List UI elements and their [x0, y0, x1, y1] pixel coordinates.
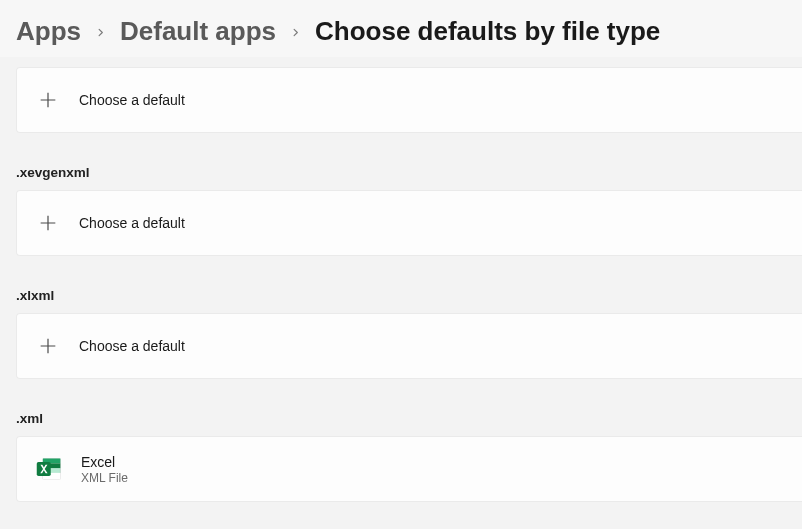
choose-default-label: Choose a default — [79, 92, 185, 108]
choose-default-row-xevgenxml[interactable]: Choose a default — [16, 190, 802, 256]
app-description: XML File — [81, 471, 128, 485]
choose-default-row-xlxml[interactable]: Choose a default — [16, 313, 802, 379]
file-type-list: .ps1xml Choose a default .xevgenxml Choo… — [0, 57, 802, 526]
app-name: Excel — [81, 454, 128, 470]
choose-default-label: Choose a default — [79, 338, 185, 354]
breadcrumb-current: Choose defaults by file type — [315, 16, 660, 47]
choose-default-row-ps1xml[interactable]: Choose a default — [16, 67, 802, 133]
choose-default-label: Choose a default — [79, 215, 185, 231]
breadcrumb-apps[interactable]: Apps — [16, 16, 81, 47]
breadcrumb: Apps Default apps Choose defaults by fil… — [0, 0, 802, 57]
excel-icon — [35, 455, 63, 483]
file-extension-label: .xlxml — [0, 288, 802, 303]
app-text: Excel XML File — [81, 454, 128, 485]
plus-icon — [35, 87, 61, 113]
plus-icon — [35, 333, 61, 359]
plus-icon — [35, 210, 61, 236]
file-extension-label: .xevgenxml — [0, 165, 802, 180]
chevron-right-icon — [290, 25, 301, 41]
file-extension-label: .xml — [0, 411, 802, 426]
chevron-right-icon — [95, 25, 106, 41]
default-app-row-xml[interactable]: Excel XML File — [16, 436, 802, 502]
breadcrumb-default-apps[interactable]: Default apps — [120, 16, 276, 47]
